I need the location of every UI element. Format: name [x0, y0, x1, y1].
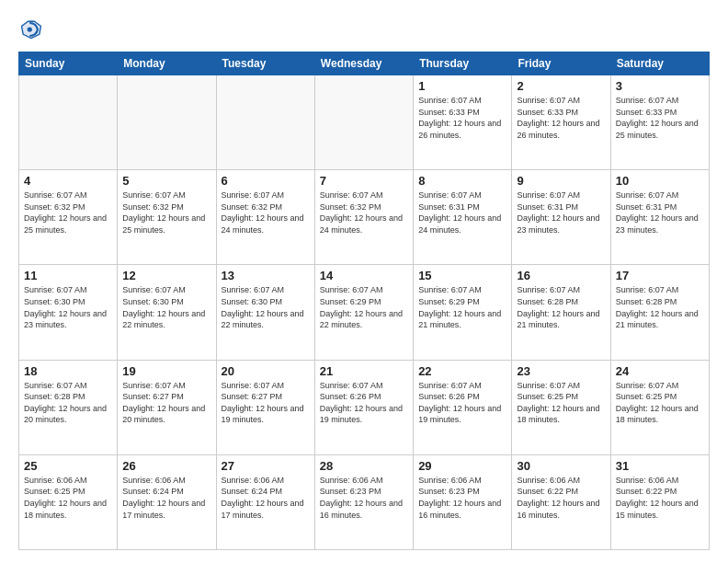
- day-number: 29: [418, 459, 506, 473]
- day-info: Sunrise: 6:07 AM Sunset: 6:32 PM Dayligh…: [222, 190, 310, 236]
- day-info: Sunrise: 6:07 AM Sunset: 6:33 PM Dayligh…: [616, 95, 704, 141]
- day-cell: 26Sunrise: 6:06 AM Sunset: 6:24 PM Dayli…: [118, 454, 216, 549]
- day-info: Sunrise: 6:07 AM Sunset: 6:25 PM Dayligh…: [517, 380, 605, 426]
- day-info: Sunrise: 6:07 AM Sunset: 6:31 PM Dayligh…: [616, 190, 704, 236]
- week-row-4: 25Sunrise: 6:06 AM Sunset: 6:25 PM Dayli…: [19, 454, 710, 549]
- day-info: Sunrise: 6:06 AM Sunset: 6:25 PM Dayligh…: [24, 475, 112, 521]
- day-info: Sunrise: 6:06 AM Sunset: 6:24 PM Dayligh…: [222, 475, 310, 521]
- day-cell: 4Sunrise: 6:07 AM Sunset: 6:32 PM Daylig…: [19, 170, 118, 265]
- day-number: 2: [517, 79, 605, 93]
- day-info: Sunrise: 6:07 AM Sunset: 6:32 PM Dayligh…: [122, 190, 210, 236]
- day-info: Sunrise: 6:06 AM Sunset: 6:22 PM Dayligh…: [616, 475, 704, 521]
- day-cell: 29Sunrise: 6:06 AM Sunset: 6:23 PM Dayli…: [414, 454, 512, 549]
- header: [18, 17, 710, 42]
- day-info: Sunrise: 6:07 AM Sunset: 6:29 PM Dayligh…: [320, 284, 408, 330]
- day-cell: 30Sunrise: 6:06 AM Sunset: 6:22 PM Dayli…: [512, 454, 610, 549]
- day-info: Sunrise: 6:07 AM Sunset: 6:32 PM Dayligh…: [24, 190, 112, 236]
- day-info: Sunrise: 6:07 AM Sunset: 6:28 PM Dayligh…: [616, 284, 704, 330]
- day-number: 12: [122, 269, 210, 282]
- day-number: 17: [616, 269, 704, 282]
- day-info: Sunrise: 6:07 AM Sunset: 6:33 PM Dayligh…: [517, 95, 605, 141]
- day-number: 3: [616, 79, 704, 93]
- day-cell: 11Sunrise: 6:07 AM Sunset: 6:30 PM Dayli…: [19, 265, 118, 360]
- day-info: Sunrise: 6:06 AM Sunset: 6:23 PM Dayligh…: [320, 475, 408, 521]
- day-cell: 17Sunrise: 6:07 AM Sunset: 6:28 PM Dayli…: [610, 265, 709, 360]
- day-number: 4: [24, 174, 112, 188]
- day-cell: [314, 75, 413, 170]
- day-cell: 6Sunrise: 6:07 AM Sunset: 6:32 PM Daylig…: [216, 170, 314, 265]
- day-number: 21: [320, 364, 408, 378]
- weekday-thursday: Thursday: [414, 52, 512, 75]
- day-number: 24: [616, 364, 704, 378]
- day-number: 14: [320, 269, 408, 282]
- day-info: Sunrise: 6:07 AM Sunset: 6:33 PM Dayligh…: [418, 95, 506, 141]
- day-cell: 3Sunrise: 6:07 AM Sunset: 6:33 PM Daylig…: [610, 75, 709, 170]
- day-cell: 12Sunrise: 6:07 AM Sunset: 6:30 PM Dayli…: [118, 265, 216, 360]
- week-row-1: 4Sunrise: 6:07 AM Sunset: 6:32 PM Daylig…: [19, 170, 710, 265]
- day-info: Sunrise: 6:07 AM Sunset: 6:30 PM Dayligh…: [24, 284, 112, 330]
- day-info: Sunrise: 6:07 AM Sunset: 6:32 PM Dayligh…: [320, 190, 408, 236]
- day-cell: 24Sunrise: 6:07 AM Sunset: 6:25 PM Dayli…: [610, 360, 709, 454]
- day-info: Sunrise: 6:07 AM Sunset: 6:28 PM Dayligh…: [517, 284, 605, 330]
- day-cell: 1Sunrise: 6:07 AM Sunset: 6:33 PM Daylig…: [414, 75, 512, 170]
- day-info: Sunrise: 6:06 AM Sunset: 6:23 PM Dayligh…: [418, 475, 506, 521]
- day-cell: 25Sunrise: 6:06 AM Sunset: 6:25 PM Dayli…: [19, 454, 118, 549]
- day-number: 6: [222, 174, 310, 188]
- day-cell: 10Sunrise: 6:07 AM Sunset: 6:31 PM Dayli…: [610, 170, 709, 265]
- day-cell: [118, 75, 216, 170]
- day-cell: 21Sunrise: 6:07 AM Sunset: 6:26 PM Dayli…: [314, 360, 413, 454]
- day-cell: 9Sunrise: 6:07 AM Sunset: 6:31 PM Daylig…: [512, 170, 610, 265]
- week-row-3: 18Sunrise: 6:07 AM Sunset: 6:28 PM Dayli…: [19, 360, 710, 454]
- day-number: 18: [24, 364, 112, 378]
- day-number: 23: [517, 364, 605, 378]
- day-info: Sunrise: 6:06 AM Sunset: 6:22 PM Dayligh…: [517, 475, 605, 521]
- weekday-sunday: Sunday: [19, 52, 118, 75]
- day-number: 5: [122, 174, 210, 188]
- day-info: Sunrise: 6:06 AM Sunset: 6:24 PM Dayligh…: [122, 475, 210, 521]
- day-number: 19: [122, 364, 210, 378]
- day-number: 9: [517, 174, 605, 188]
- weekday-friday: Friday: [512, 52, 610, 75]
- day-number: 30: [517, 459, 605, 473]
- weekday-tuesday: Tuesday: [216, 52, 314, 75]
- day-info: Sunrise: 6:07 AM Sunset: 6:30 PM Dayligh…: [122, 284, 210, 330]
- day-cell: 16Sunrise: 6:07 AM Sunset: 6:28 PM Dayli…: [512, 265, 610, 360]
- day-info: Sunrise: 6:07 AM Sunset: 6:26 PM Dayligh…: [418, 380, 506, 426]
- day-number: 7: [320, 174, 408, 188]
- weekday-monday: Monday: [118, 52, 216, 75]
- day-cell: 13Sunrise: 6:07 AM Sunset: 6:30 PM Dayli…: [216, 265, 314, 360]
- day-info: Sunrise: 6:07 AM Sunset: 6:30 PM Dayligh…: [222, 284, 310, 330]
- day-number: 15: [418, 269, 506, 282]
- calendar-table: SundayMondayTuesdayWednesdayThursdayFrid…: [18, 52, 710, 550]
- day-number: 31: [616, 459, 704, 473]
- day-number: 8: [418, 174, 506, 188]
- day-number: 26: [122, 459, 210, 473]
- day-number: 27: [222, 459, 310, 473]
- day-cell: [19, 75, 118, 170]
- day-cell: 19Sunrise: 6:07 AM Sunset: 6:27 PM Dayli…: [118, 360, 216, 454]
- week-row-2: 11Sunrise: 6:07 AM Sunset: 6:30 PM Dayli…: [19, 265, 710, 360]
- day-cell: 20Sunrise: 6:07 AM Sunset: 6:27 PM Dayli…: [216, 360, 314, 454]
- day-cell: 31Sunrise: 6:06 AM Sunset: 6:22 PM Dayli…: [610, 454, 709, 549]
- day-info: Sunrise: 6:07 AM Sunset: 6:31 PM Dayligh…: [517, 190, 605, 236]
- day-cell: 23Sunrise: 6:07 AM Sunset: 6:25 PM Dayli…: [512, 360, 610, 454]
- day-info: Sunrise: 6:07 AM Sunset: 6:29 PM Dayligh…: [418, 284, 506, 330]
- day-cell: 7Sunrise: 6:07 AM Sunset: 6:32 PM Daylig…: [314, 170, 413, 265]
- day-cell: 28Sunrise: 6:06 AM Sunset: 6:23 PM Dayli…: [314, 454, 413, 549]
- day-cell: 27Sunrise: 6:06 AM Sunset: 6:24 PM Dayli…: [216, 454, 314, 549]
- day-number: 20: [222, 364, 310, 378]
- day-cell: 8Sunrise: 6:07 AM Sunset: 6:31 PM Daylig…: [414, 170, 512, 265]
- svg-point-2: [28, 27, 32, 31]
- day-number: 16: [517, 269, 605, 282]
- day-info: Sunrise: 6:07 AM Sunset: 6:31 PM Dayligh…: [418, 190, 506, 236]
- day-number: 28: [320, 459, 408, 473]
- day-info: Sunrise: 6:07 AM Sunset: 6:27 PM Dayligh…: [122, 380, 210, 426]
- day-info: Sunrise: 6:07 AM Sunset: 6:26 PM Dayligh…: [320, 380, 408, 426]
- logo-icon: [18, 17, 44, 42]
- day-cell: [216, 75, 314, 170]
- day-number: 11: [24, 269, 112, 282]
- day-info: Sunrise: 6:07 AM Sunset: 6:25 PM Dayligh…: [616, 380, 704, 426]
- day-info: Sunrise: 6:07 AM Sunset: 6:28 PM Dayligh…: [24, 380, 112, 426]
- day-number: 1: [418, 79, 506, 93]
- day-cell: 22Sunrise: 6:07 AM Sunset: 6:26 PM Dayli…: [414, 360, 512, 454]
